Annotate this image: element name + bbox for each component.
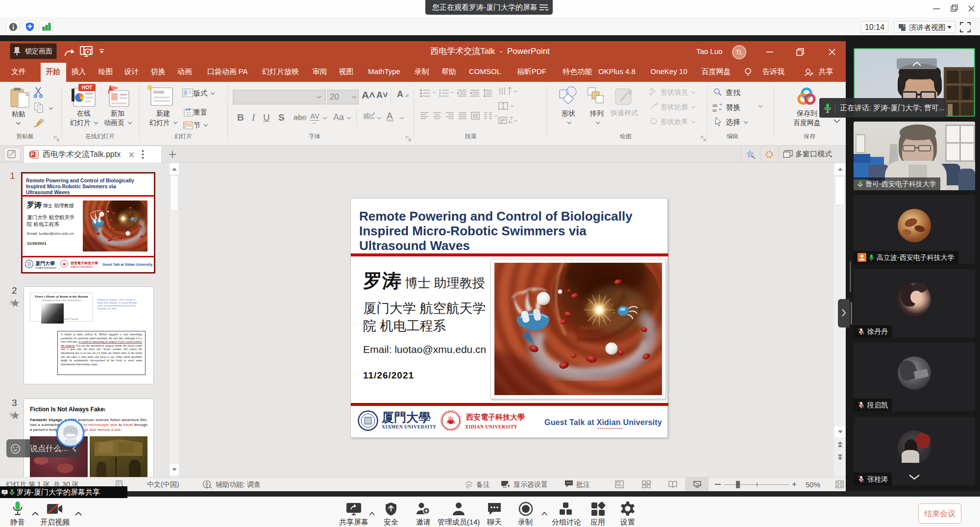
svg-text:ab: ab: [712, 103, 717, 108]
svg-text:P: P: [31, 152, 34, 157]
svg-text:3: 3: [439, 95, 441, 98]
svg-text:ac: ac: [712, 108, 717, 112]
